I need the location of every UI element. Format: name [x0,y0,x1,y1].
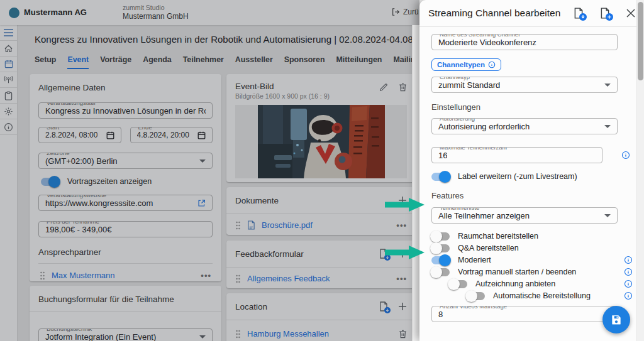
annotation-arrow-moderated [385,245,425,260]
info-circle-icon [488,61,496,68]
channel-types-chip[interactable]: Channeltypen [431,58,501,71]
main-scrollbar[interactable] [412,25,419,341]
panel-body: Name des Streaming Channel Moderierte Vi… [431,27,618,322]
extend-label-row: Label erweitern (-zum Livestream) [431,172,618,181]
settings-heading: Einstellungen [431,102,618,112]
feature-row: Raumchat bereitstellen [431,232,618,241]
info-circle-icon[interactable] [624,268,633,276]
panel-scrollbar[interactable] [636,0,644,341]
duplicate-channel-icon[interactable] [600,8,610,19]
auto-provisioning-toggle[interactable] [467,292,485,300]
authorization-select[interactable]: Autorisierung Autorisierung erforderlich [431,118,618,134]
save-icon [610,313,623,326]
modal-dim-overlay [0,0,419,341]
annotation-arrow-participant-list [385,197,425,212]
feature-row: Vortrag manuell starten / beenden [431,268,618,276]
videos-mainstage-field[interactable]: Anzahl Videos Mainstage 8 [431,306,618,322]
participant-list-select[interactable]: Teilnehmerliste Alle Teilnehmer anzeigen [431,207,618,224]
channel-type-select[interactable]: Channeltyp zummit Standard [431,77,618,93]
manual-start-toggle[interactable] [431,268,450,276]
export-file-icon[interactable] [574,8,584,19]
qa-toggle[interactable] [431,244,450,252]
feature-row: Q&A bereitstellen [431,244,618,252]
streaming-channel-panel: Streaming Channel bearbeiten Name des St… [419,0,644,341]
app-window: Mustermann AG zummit Studio Mustermann G… [0,0,644,341]
info-circle-icon[interactable] [624,256,633,264]
feature-row: Automatische Bereitstellung [431,291,618,300]
panel-header: Streaming Channel bearbeiten [419,0,644,27]
save-button[interactable] [602,306,630,333]
feature-row: Moderiert [431,256,618,264]
channel-name-field[interactable]: Name des Streaming Channel Moderierte Vi… [431,34,618,50]
extend-label-toggle[interactable] [431,173,450,181]
info-circle-icon[interactable] [624,291,633,300]
recording-toggle[interactable] [449,280,467,288]
moderated-toggle[interactable] [431,256,450,264]
feature-row: Aufzeichnung anbieten [431,279,618,288]
info-circle-icon[interactable] [621,151,630,160]
info-circle-icon[interactable] [624,279,633,288]
panel-title: Streaming Channel bearbeiten [428,8,560,19]
max-participants-field[interactable]: Maximale Teilnehmerzahl 16 [431,147,602,163]
features-heading: Features [431,191,618,200]
close-icon[interactable] [626,9,635,18]
raumchat-toggle[interactable] [431,232,450,241]
panel-scrollbar-thumb[interactable] [638,2,643,80]
